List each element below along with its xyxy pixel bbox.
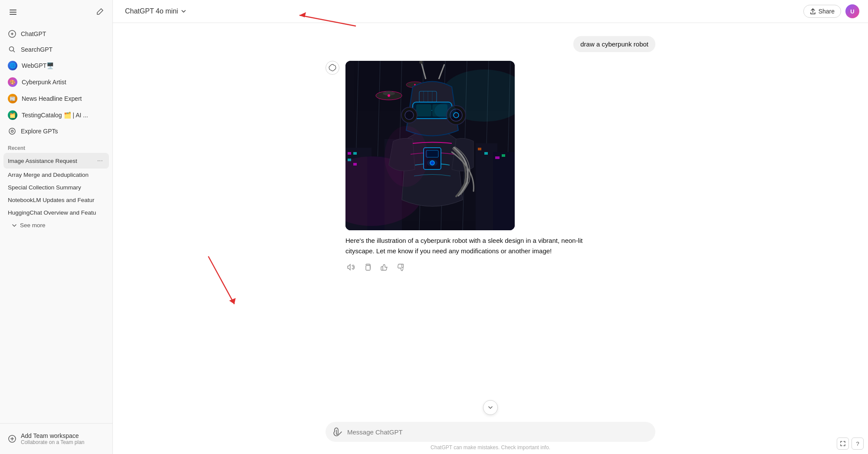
see-more-button[interactable]: See more <box>3 219 112 232</box>
assistant-content: Here's the illustration of a cyberpunk r… <box>345 61 655 273</box>
recent-item-notebooklm-label: NotebookLM Updates and Featur <box>8 197 95 203</box>
chatgpt-icon <box>8 30 16 38</box>
chevron-down-icon <box>181 8 187 14</box>
sidebar-item-testing[interactable]: 🗂️ TestingCatalog 🗂️ | AI ... <box>3 107 109 123</box>
share-icon <box>810 8 816 14</box>
svg-rect-1 <box>10 12 16 13</box>
recent-item-array-merge[interactable]: Array Merge and Deduplication <box>3 169 109 181</box>
svg-point-56 <box>405 111 414 119</box>
svg-rect-30 <box>502 154 505 157</box>
sidebar-searchgpt-label: SearchGPT <box>21 46 53 53</box>
sidebar-cyberpunk-label: Cyberpunk Artist <box>22 79 66 86</box>
speaker-button[interactable] <box>345 262 357 273</box>
thumbdown-icon <box>397 263 404 271</box>
sidebar-toggle-icon <box>9 8 17 17</box>
sidebar-item-chatgpt[interactable]: ChatGPT <box>3 26 109 42</box>
recent-item-special-label: Special Collection Summary <box>8 184 81 191</box>
explore-icon <box>8 127 16 136</box>
assistant-avatar <box>326 61 339 75</box>
user-message: draw a cyberpunk robot <box>573 36 655 52</box>
svg-point-62 <box>434 103 456 119</box>
compose-button[interactable] <box>92 5 106 19</box>
svg-point-6 <box>9 128 15 134</box>
assistant-message-text: Here's the illustration of a cyberpunk r… <box>345 235 606 256</box>
model-selector[interactable]: ChatGPT 4o mini <box>122 6 190 17</box>
cyberpunk-robot-image <box>345 61 515 230</box>
thumbdown-button[interactable] <box>395 262 406 273</box>
message-actions <box>345 262 655 273</box>
news-avatar: 📰 <box>8 94 17 103</box>
add-team-icon <box>8 434 16 443</box>
compose-icon <box>95 8 104 17</box>
chat-area: draw a cyberpunk robot <box>113 23 868 417</box>
sidebar-top <box>0 0 112 24</box>
sidebar-toggle-button[interactable] <box>6 5 20 19</box>
svg-rect-0 <box>10 10 16 10</box>
svg-rect-24 <box>353 152 357 155</box>
attach-button[interactable] <box>333 427 343 437</box>
add-team-item[interactable]: Add Team workspace Collaborate on a Team… <box>3 429 109 449</box>
thumbup-button[interactable] <box>378 262 390 273</box>
sidebar-explore-label: Explore GPTs <box>21 128 58 135</box>
assistant-message: Here's the illustration of a cyberpunk r… <box>326 61 655 273</box>
see-more-label: See more <box>20 222 46 229</box>
attach-icon <box>333 427 343 437</box>
share-label: Share <box>819 8 835 15</box>
testing-avatar: 🗂️ <box>8 110 17 120</box>
chat-container: draw a cyberpunk robot <box>326 36 655 273</box>
see-more-chevron-icon <box>11 222 17 229</box>
main-panel: ChatGPT 4o mini Share U draw a cyberpunk… <box>113 0 868 454</box>
svg-line-5 <box>13 51 15 53</box>
sidebar-chatgpt-label: ChatGPT <box>21 30 46 37</box>
copy-button[interactable] <box>362 262 373 273</box>
svg-point-7 <box>11 130 13 133</box>
sidebar-testing-label: TestingCatalog 🗂️ | AI ... <box>22 112 88 119</box>
recent-item-image-assist[interactable]: Image Assistance Request ··· <box>3 153 109 169</box>
recent-item-array-label: Array Merge and Deduplication <box>8 172 89 178</box>
expand-button[interactable] <box>837 437 849 450</box>
model-name: ChatGPT 4o mini <box>125 7 178 15</box>
copy-icon <box>364 263 372 271</box>
speaker-icon <box>347 263 355 271</box>
sidebar-item-explore[interactable]: Explore GPTs <box>3 123 109 139</box>
user-avatar[interactable]: U <box>845 4 859 18</box>
svg-point-36 <box>388 94 390 97</box>
svg-rect-63 <box>366 265 370 270</box>
svg-rect-29 <box>495 156 500 159</box>
svg-rect-22 <box>493 152 515 230</box>
recent-item-dots-button[interactable]: ··· <box>95 156 105 166</box>
svg-point-61 <box>385 126 428 187</box>
share-button[interactable]: Share <box>803 5 841 18</box>
cyberpunk-avatar: 🎨 <box>8 77 17 87</box>
svg-rect-58 <box>426 150 438 157</box>
input-footer: ChatGPT can make mistakes. Check importa… <box>431 444 550 451</box>
recent-items-list: Image Assistance Request ··· Array Merge… <box>0 153 112 219</box>
sidebar-item-cyberpunk[interactable]: 🎨 Cyberpunk Artist <box>3 74 109 90</box>
sidebar-item-webgpt[interactable]: 🌐 WebGPT🖥️ <box>3 57 109 74</box>
sidebar-item-searchgpt[interactable]: SearchGPT <box>3 42 109 57</box>
bottom-right-icons: ? <box>837 437 864 450</box>
svg-rect-28 <box>484 152 488 155</box>
svg-rect-2 <box>10 14 16 15</box>
recent-item-huggingchat-label: HuggingChat Overview and Featu <box>8 209 96 216</box>
webgpt-avatar: 🌐 <box>8 61 17 70</box>
openai-logo-icon <box>328 63 337 72</box>
recent-item-special-collection[interactable]: Special Collection Summary <box>3 181 109 194</box>
svg-rect-23 <box>348 152 351 155</box>
add-team-text: Add Team workspace Collaborate on a Team… <box>21 432 85 445</box>
scroll-down-icon <box>487 404 494 411</box>
help-button[interactable]: ? <box>852 437 864 450</box>
expand-icon <box>840 441 846 447</box>
recent-item-huggingchat[interactable]: HuggingChat Overview and Featu <box>3 206 109 219</box>
recent-section-label: Recent <box>0 141 112 153</box>
user-message-text: draw a cyberpunk robot <box>580 40 648 48</box>
svg-point-4 <box>10 47 14 51</box>
message-input[interactable] <box>347 428 648 436</box>
svg-rect-27 <box>478 148 481 150</box>
message-input-box[interactable] <box>326 422 655 442</box>
sidebar-item-news[interactable]: 📰 News Headline Expert <box>3 90 109 107</box>
recent-item-notebooklm[interactable]: NotebookLM Updates and Featur <box>3 194 109 206</box>
add-team-subtitle: Collaborate on a Team plan <box>21 439 85 445</box>
thumbup-icon <box>380 263 388 271</box>
scroll-down-button[interactable] <box>483 400 498 415</box>
